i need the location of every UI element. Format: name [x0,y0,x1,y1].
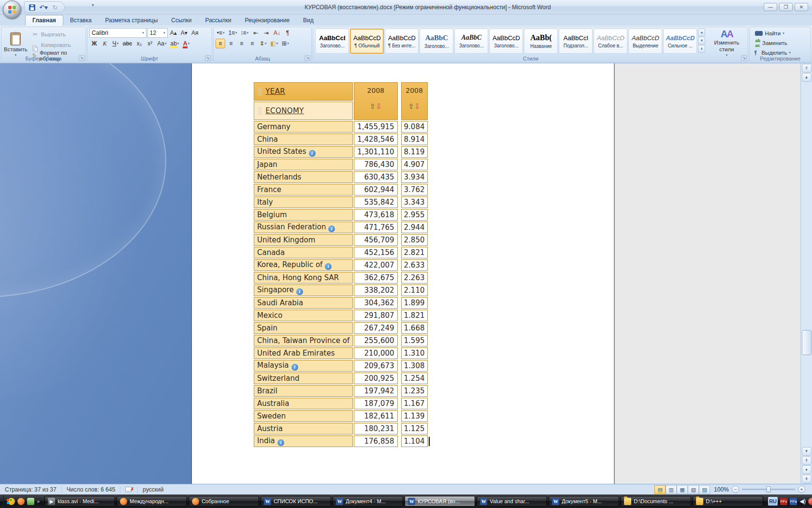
economy-name-cell[interactable]: Netherlandsi [254,171,353,183]
economy-name-cell[interactable]: Italyi [254,196,353,208]
styles-scroll-up-button[interactable]: ▲ [698,29,705,36]
value-cell[interactable]: 187,079 [354,398,397,409]
share-cell[interactable]: 3.934 [401,171,428,183]
style-card[interactable]: AaBbC Заголово... [454,29,488,54]
share-cell[interactable]: 4.907 [401,159,428,170]
shading-button[interactable]: ◧▾ [269,39,279,48]
economy-name-cell[interactable]: Belgiumi [254,209,353,221]
share-cell[interactable]: 1.821 [401,310,428,321]
share-cell[interactable]: 8.119 [401,146,428,158]
drag-handle-icon[interactable]: ⣿⣿⣿⣿ [257,88,261,95]
underline-button[interactable]: Ч▾ [111,39,120,48]
next-page-button[interactable]: ⇟ [802,475,812,483]
economy-name-cell[interactable]: Switzerlandi [254,373,353,384]
increase-indent-button[interactable]: ⇥ [261,28,271,38]
strikethrough-button[interactable]: abc [121,39,133,48]
economy-name-cell[interactable]: United Arab Emiratesi [254,347,353,359]
quick-launch-expand-chevron[interactable]: » [37,498,42,504]
volume-icon[interactable]: ◀) [799,498,806,505]
taskbar-window-button[interactable]: W СПИСОК ИСПО... [261,496,331,507]
draft-view-button[interactable]: ▨ [699,485,710,494]
value-cell[interactable]: 267,249 [354,322,397,334]
taskbar-window-button[interactable]: D:\Documents ... [621,496,691,507]
styles-scroll-down-button[interactable]: ▼ [698,37,705,45]
value-cell[interactable]: 535,842 [354,196,397,208]
value-cell[interactable]: 452,156 [354,247,397,258]
share-cell[interactable]: 1.125 [401,423,428,434]
taskbar-window-button[interactable]: W Документ4 - М... [333,496,403,507]
show-marks-button[interactable]: ¶ [283,28,292,38]
styles-dialog-launcher[interactable]: ↘ [741,55,747,61]
grow-font-button[interactable]: А▴ [169,28,178,38]
tab-разметка страницы[interactable]: Разметка страницы [98,15,164,26]
share-cell[interactable]: 2.821 [401,247,428,258]
economy-name-cell[interactable]: Germanyi [254,121,353,133]
replace-button[interactable]: abac Заменить [753,39,808,47]
style-card[interactable]: AaBbCcI Заголово... [315,29,349,54]
justify-button[interactable]: ≡ [247,39,257,48]
tab-рассылки[interactable]: Рассылки [199,15,238,26]
zoom-out-button[interactable]: − [732,486,739,493]
style-card[interactable]: AaBbCcD ¶ Без инте... [385,29,419,54]
share-cell[interactable]: 1.167 [401,398,428,409]
style-card[interactable]: AaBbCcI Подзагол... [559,29,593,54]
share-cell[interactable]: 1.595 [401,335,428,346]
highlight-button[interactable]: ab▾ [169,39,181,48]
style-card[interactable]: AaBbC Заголово... [420,29,453,54]
style-card[interactable]: AaBbCcD Слабое в... [594,29,627,54]
economy-name-cell[interactable]: Saudi Arabiai [254,297,353,309]
info-icon[interactable]: i [291,364,298,371]
taskbar-window-button[interactable]: W Value and shar... [477,496,547,507]
change-case-button[interactable]: Аа▾ [156,39,168,48]
value-cell[interactable]: 471,765 [354,222,397,233]
sort-descending-icon[interactable]: ⇩ [376,102,382,111]
share-cell[interactable]: 2.110 [401,284,428,296]
office-button[interactable] [3,0,21,19]
font-color-button[interactable]: А▾ [181,39,191,48]
numbering-button[interactable]: 1≡▾ [227,28,238,38]
table-header-value-2008[interactable]: 2008 ⇧⇩ [354,82,397,120]
value-cell[interactable]: 209,673 [354,360,397,372]
economy-name-cell[interactable]: Chinai [254,134,353,145]
value-cell[interactable]: 1,455,915 [354,121,397,133]
table-header-year[interactable]: ⣿⣿⣿⣿ YEAR [254,82,353,101]
style-card[interactable]: AaBbCcD ¶ Обычный [350,29,384,54]
style-card[interactable]: AaBb( Название [524,29,558,54]
share-cell[interactable]: 3.343 [401,196,428,208]
clear-formatting-button[interactable]: Ая [190,28,200,38]
styles-gallery-more-button[interactable]: ⇟ [698,45,705,53]
tray-ffdshow-audio-icon[interactable]: FFa [790,498,797,505]
zoom-slider-thumb[interactable] [767,486,771,493]
sort-descending-icon[interactable]: ⇩ [414,102,420,111]
economy-name-cell[interactable]: Spaini [254,322,353,334]
economy-name-cell[interactable]: China, Hong Kong SARi [254,272,353,284]
value-cell[interactable]: 786,430 [354,159,397,170]
tab-вставка[interactable]: Вставка [63,15,99,26]
tray-ffdshow-video-icon[interactable]: FFv [780,498,787,505]
style-card[interactable]: AaBbCcD Выделение [628,29,662,54]
info-icon[interactable]: i [328,225,335,232]
taskbar-window-button[interactable]: ▶ klass.avi - Medi... [44,496,115,507]
tab-главная[interactable]: Главная [25,15,63,26]
tab-вид[interactable]: Вид [296,15,320,26]
bullets-button[interactable]: •≡▾ [216,28,226,38]
drag-handle-icon[interactable]: ⣿⣿⣿⣿ [257,107,261,115]
share-cell[interactable]: 2.263 [401,272,428,284]
multilevel-list-button[interactable]: ⁝≡▾ [240,28,250,38]
taskbar-window-button[interactable]: Собранное [188,496,259,507]
minimize-button[interactable]: — [764,3,777,11]
share-cell[interactable]: 2.633 [401,259,428,271]
share-cell[interactable]: 1.104 [401,435,428,447]
maximize-button[interactable]: ❐ [779,3,793,11]
font-dialog-launcher[interactable]: ↘ [205,55,211,61]
scrollbar-thumb[interactable] [802,330,812,355]
value-cell[interactable]: 602,944 [354,184,397,195]
value-cell[interactable]: 182,611 [354,410,397,422]
taskbar-window-button[interactable]: W КУРСОВАЯ (во... [405,496,475,507]
value-cell[interactable]: 304,362 [354,297,397,309]
language-indicator[interactable]: русский [138,486,168,493]
economy-name-cell[interactable]: Canadai [254,247,353,258]
economy-name-cell[interactable]: United Statesi [254,146,353,158]
font-name-combo[interactable]: Calibri▾ [89,28,146,38]
document-page[interactable]: ⣿⣿⣿⣿ YEAR 2008 ⇧⇩ 2008 ⇧⇩ [191,63,615,484]
